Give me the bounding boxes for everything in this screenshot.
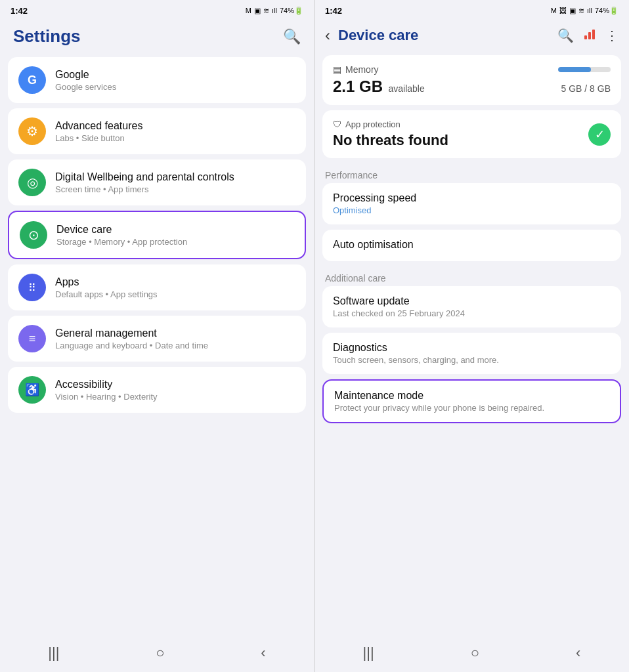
software-update-item[interactable]: Software update Last checked on 25 Febru… (322, 286, 621, 327)
advanced-features-text: Advanced features Labs • Side button (55, 120, 142, 143)
settings-title: Settings (13, 26, 81, 47)
settings-item-general-management[interactable]: ≡ General management Language and keyboa… (8, 316, 306, 362)
recent-apps-button-right[interactable]: ||| (363, 644, 374, 662)
diagnostics-item[interactable]: Diagnostics Touch screen, sensors, charg… (322, 333, 621, 374)
memory-values: 2.1 GB available 5 GB / 8 GB (333, 77, 611, 96)
device-care-content: ▤ Memory 2.1 GB available 5 GB / 8 GB (314, 50, 629, 637)
advanced-features-title: Advanced features (55, 120, 142, 132)
signal-icon-left: ▣ (254, 7, 261, 15)
processing-speed-item[interactable]: Processing speed Optimised (322, 183, 621, 224)
apps-subtitle: Default apps • App settings (55, 289, 158, 299)
no-threats-text: No threats found (333, 132, 448, 148)
status-time-left: 1:42 (11, 6, 28, 16)
app-protection-left: 🛡 App protection No threats found (333, 119, 448, 149)
memory-bar-fill (558, 67, 591, 72)
digital-wellbeing-subtitle: Screen time • App timers (55, 184, 234, 194)
status-carrier-left: M (246, 7, 251, 14)
accessibility-icon: ♿ (18, 376, 46, 404)
advanced-features-icon: ⚙ (18, 117, 46, 145)
software-update-subtitle: Last checked on 25 February 2024 (333, 308, 611, 318)
home-button[interactable]: ○ (156, 644, 164, 662)
memory-total: 5 GB / 8 GB (561, 83, 611, 94)
memory-card: ▤ Memory 2.1 GB available 5 GB / 8 GB (322, 55, 621, 105)
google-icon: G (18, 66, 46, 94)
accessibility-text: Accessibility Vision • Hearing • Dexteri… (55, 379, 158, 402)
maintenance-mode-item[interactable]: Maintenance mode Protect your privacy wh… (322, 379, 621, 423)
device-care-page-title: Device care (338, 27, 552, 44)
wifi-icon-right: ≋ (578, 7, 584, 15)
google-text: Google Google services (55, 69, 116, 92)
settings-item-digital-wellbeing[interactable]: ◎ Digital Wellbeing and parental control… (8, 159, 306, 205)
accessibility-title: Accessibility (55, 379, 158, 390)
svg-rect-1 (588, 32, 591, 39)
app-protection-card: 🛡 App protection No threats found ✓ (322, 110, 621, 158)
memory-available-text: available (388, 83, 424, 94)
general-management-text: General management Language and keyboard… (55, 327, 208, 350)
more-options-icon[interactable]: ⋮ (605, 28, 618, 43)
status-bar-left: 1:42 M ▣ ≋ ıll 74%🔋 (0, 0, 314, 18)
accessibility-subtitle: Vision • Hearing • Dexterity (55, 392, 158, 402)
shield-small-icon: 🛡 (333, 119, 341, 129)
svg-rect-0 (584, 35, 587, 39)
settings-header: Settings 🔍 (0, 18, 314, 52)
apps-title: Apps (55, 276, 158, 288)
auto-optimisation-item[interactable]: Auto optimisation (322, 230, 621, 261)
settings-item-apps[interactable]: ⠿ Apps Default apps • App settings (8, 264, 306, 310)
additional-care-section-label: Additional care (322, 266, 621, 286)
back-button-right[interactable]: ‹ (576, 644, 580, 662)
status-time-right: 1:42 (325, 6, 342, 16)
battery-right: 74%🔋 (595, 7, 618, 15)
status-icons-right: M 🖼 ▣ ≋ ıll 74%🔋 (551, 7, 618, 15)
digital-wellbeing-icon: ◎ (18, 169, 46, 196)
svg-rect-2 (592, 30, 595, 39)
memory-label-row: ▤ Memory (333, 64, 611, 75)
apps-text: Apps Default apps • App settings (55, 276, 158, 299)
settings-item-advanced-features[interactable]: ⚙ Advanced features Labs • Side button (8, 108, 306, 154)
status-carrier-right: M (551, 7, 557, 14)
settings-list: G Google Google services ⚙ Advanced feat… (0, 52, 314, 637)
header-icons: 🔍 ⋮ (557, 28, 618, 44)
processing-speed-title: Processing speed (333, 192, 611, 204)
device-care-icon: ⊙ (20, 221, 47, 249)
back-icon[interactable]: ‹ (325, 26, 330, 45)
app-protection-label: 🛡 App protection (333, 119, 448, 129)
green-shield-icon: ✓ (588, 123, 611, 146)
google-title: Google (55, 69, 116, 81)
settings-item-google[interactable]: G Google Google services (8, 57, 306, 103)
wifi-icon-left: ≋ (263, 7, 269, 15)
signal-icon-right: ▣ (569, 7, 576, 15)
chart-icon[interactable] (583, 28, 596, 44)
photo-icon: 🖼 (559, 7, 567, 14)
advanced-features-subtitle: Labs • Side button (55, 133, 142, 143)
search-icon-right[interactable]: 🔍 (557, 28, 574, 43)
memory-bar (558, 67, 611, 72)
recent-apps-button[interactable]: ||| (48, 644, 59, 662)
bottom-nav-left: ||| ○ ‹ (0, 637, 314, 672)
processing-speed-subtitle: Optimised (333, 205, 611, 215)
software-update-title: Software update (333, 295, 611, 307)
device-care-text: Device care Storage • Memory • App prote… (56, 224, 187, 247)
general-management-icon: ≡ (18, 325, 46, 352)
settings-item-accessibility[interactable]: ♿ Accessibility Vision • Hearing • Dexte… (8, 367, 306, 413)
device-care-subtitle: Storage • Memory • App protection (56, 237, 187, 247)
digital-wellbeing-text: Digital Wellbeing and parental controls … (55, 171, 234, 194)
device-care-header: ‹ Device care 🔍 ⋮ (314, 18, 629, 50)
google-subtitle: Google services (55, 82, 116, 92)
memory-icon: ▤ (333, 64, 341, 75)
status-icons-left: M ▣ ≋ ıll 74%🔋 (246, 7, 303, 15)
settings-item-device-care[interactable]: ⊙ Device care Storage • Memory • App pro… (8, 211, 306, 259)
status-bar-right: 1:42 M 🖼 ▣ ≋ ıll 74%🔋 (314, 0, 629, 18)
auto-optimisation-title: Auto optimisation (333, 239, 611, 251)
device-care-panel: 1:42 M 🖼 ▣ ≋ ıll 74%🔋 ‹ Device care 🔍 ⋮ (314, 0, 629, 672)
signal-bars-right: ıll (587, 7, 592, 14)
diagnostics-subtitle: Touch screen, sensors, charging, and mor… (333, 355, 611, 365)
bottom-nav-right: ||| ○ ‹ (314, 637, 629, 672)
search-icon[interactable]: 🔍 (283, 28, 301, 45)
back-button[interactable]: ‹ (261, 644, 265, 662)
home-button-right[interactable]: ○ (471, 644, 479, 662)
general-management-title: General management (55, 327, 208, 339)
general-management-subtitle: Language and keyboard • Date and time (55, 341, 208, 350)
settings-panel: 1:42 M ▣ ≋ ıll 74%🔋 Settings 🔍 G Google … (0, 0, 314, 672)
maintenance-mode-title: Maintenance mode (334, 390, 609, 402)
performance-section-label: Performance (322, 163, 621, 183)
